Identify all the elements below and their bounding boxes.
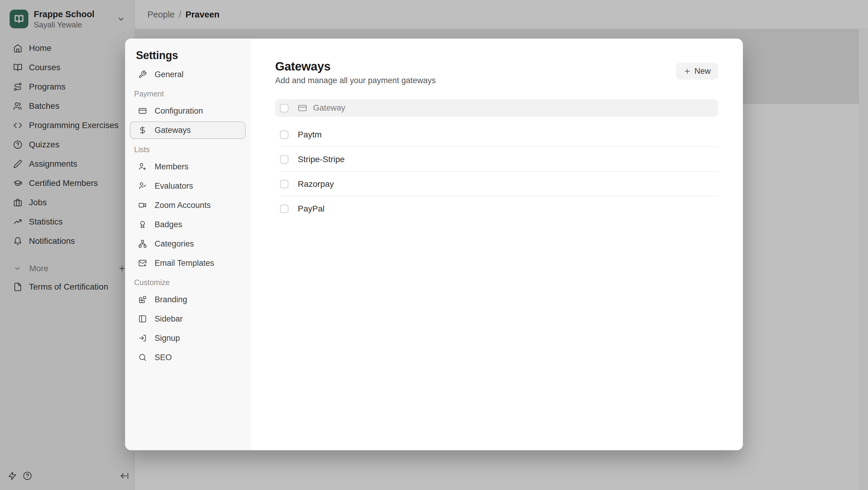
settings-nav-item-evaluators[interactable]: Evaluators	[130, 177, 246, 195]
credit-card-icon	[138, 107, 147, 115]
settings-nav-label: Evaluators	[155, 181, 193, 191]
award-icon	[138, 220, 147, 229]
user-check-icon	[138, 182, 147, 190]
settings-nav-item-badges[interactable]: Badges	[130, 216, 246, 233]
settings-nav-item-email-templates[interactable]: Email Templates	[130, 254, 246, 272]
user-plus-icon	[138, 162, 147, 171]
gateway-table-rows: Paytm Stripe-Stripe Razorpay PayPal	[275, 122, 718, 221]
new-gateway-button[interactable]: New	[676, 63, 718, 80]
settings-nav-label: Zoom Accounts	[155, 201, 211, 210]
settings-nav-label: Signup	[155, 334, 180, 343]
row-checkbox[interactable]	[280, 180, 288, 188]
settings-nav-label: Sidebar	[155, 314, 183, 324]
page-title: Gateways	[275, 59, 436, 73]
settings-nav-label: Branding	[155, 295, 187, 304]
settings-nav-item-configuration[interactable]: Configuration	[130, 102, 246, 120]
settings-nav-item-zoom-accounts[interactable]: Zoom Accounts	[130, 196, 246, 214]
dollar-sign-icon	[138, 126, 147, 134]
select-all-checkbox[interactable]	[280, 104, 288, 113]
settings-nav-section-lists: Lists	[125, 144, 250, 155]
settings-nav-item-seo[interactable]: SEO	[130, 349, 246, 366]
settings-nav: Settings General Payment Configuration G…	[125, 38, 251, 450]
settings-nav-item-general[interactable]: General	[130, 66, 246, 83]
settings-modal: Settings General Payment Configuration G…	[125, 38, 743, 450]
wrench-icon	[138, 70, 147, 79]
settings-nav-item-gateways[interactable]: Gateways	[130, 121, 246, 139]
table-row-stripe-stripe[interactable]: Stripe-Stripe	[275, 147, 718, 172]
row-checkbox[interactable]	[280, 205, 288, 213]
table-row-razorpay[interactable]: Razorpay	[275, 172, 718, 196]
gateway-column-header: Gateway	[313, 103, 345, 113]
settings-nav-label: Email Templates	[155, 258, 214, 268]
gateway-name: Stripe-Stripe	[298, 155, 345, 164]
settings-nav-label: Categories	[155, 239, 194, 249]
search-icon	[138, 353, 147, 362]
settings-nav-label: SEO	[155, 353, 172, 362]
new-button-label: New	[694, 67, 711, 76]
content-heading-block: Gateways Add and manage all your payment…	[275, 59, 436, 86]
gateway-name: Razorpay	[298, 179, 334, 189]
panel-left-icon	[138, 315, 147, 323]
settings-nav-label: General	[155, 70, 184, 79]
gateway-table-header: Gateway	[275, 99, 718, 117]
gateway-name: Paytm	[298, 130, 321, 140]
blocks-icon	[138, 295, 147, 304]
table-row-paypal[interactable]: PayPal	[275, 196, 718, 221]
network-icon	[138, 240, 147, 248]
gateway-name: PayPal	[298, 204, 324, 214]
settings-nav-item-categories[interactable]: Categories	[130, 235, 246, 252]
table-row-paytm[interactable]: Paytm	[275, 122, 718, 147]
mail-plus-icon	[138, 259, 147, 267]
settings-nav-label: Badges	[155, 220, 182, 229]
video-camera-icon	[138, 201, 147, 209]
settings-nav-section-payment: Payment	[125, 88, 250, 99]
settings-nav-item-members[interactable]: Members	[130, 158, 246, 175]
settings-nav-item-signup[interactable]: Signup	[130, 329, 246, 347]
plus-icon	[684, 67, 691, 75]
settings-title: Settings	[136, 49, 250, 62]
row-checkbox[interactable]	[280, 155, 288, 164]
row-checkbox[interactable]	[280, 130, 288, 139]
settings-content: Gateways Add and manage all your payment…	[251, 38, 743, 450]
log-in-icon	[138, 334, 147, 342]
credit-card-icon	[298, 103, 307, 113]
settings-nav-label: Members	[155, 162, 189, 172]
settings-nav-label: Gateways	[155, 126, 191, 135]
settings-nav-label: Configuration	[155, 106, 203, 116]
settings-nav-section-customize: Customize	[125, 277, 250, 288]
settings-nav-item-branding[interactable]: Branding	[130, 291, 246, 308]
page-subtitle: Add and manage all your payment gateways	[275, 75, 436, 86]
settings-nav-item-sidebar[interactable]: Sidebar	[130, 310, 246, 328]
